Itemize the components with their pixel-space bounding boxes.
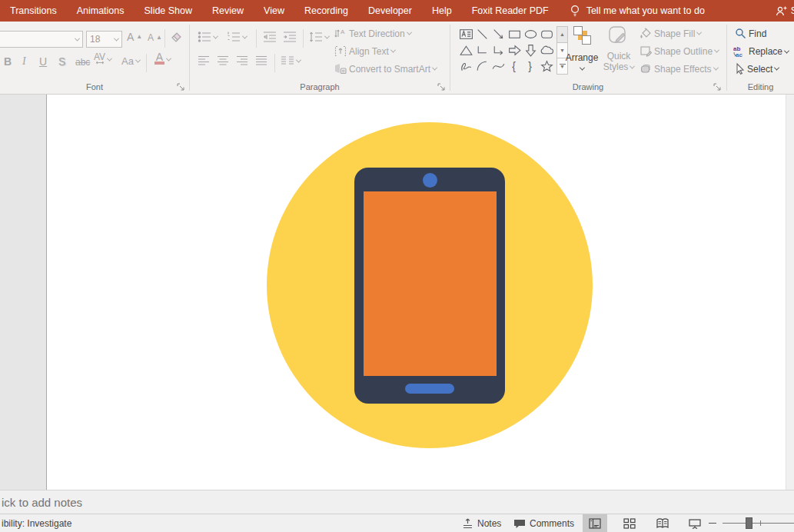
- drawing-dialog-launcher[interactable]: [713, 82, 722, 91]
- notes-status-icon: [462, 518, 473, 529]
- comments-toggle-button[interactable]: Comments: [513, 514, 574, 532]
- font-color-button[interactable]: A: [154, 54, 171, 65]
- menu-tab-transitions[interactable]: Transitions: [0, 0, 67, 22]
- underline-button[interactable]: U: [39, 55, 47, 68]
- shape-elbow-arrow-connector[interactable]: [490, 42, 507, 58]
- strikethrough-button[interactable]: abc: [75, 57, 90, 68]
- indent-icon: [283, 31, 297, 43]
- paragraph-dialog-launcher[interactable]: [437, 82, 446, 91]
- menu-tab-developer[interactable]: Developer: [358, 0, 422, 22]
- zoom-slider-midpoint-tick: [760, 520, 761, 526]
- align-left-button[interactable]: [198, 55, 210, 66]
- justify-button[interactable]: [255, 55, 267, 66]
- bold-button[interactable]: B: [4, 55, 12, 68]
- notes-toggle-button[interactable]: Notes: [462, 514, 501, 532]
- chevron-down-icon: [166, 55, 171, 61]
- tablet-home-button-shape[interactable]: [405, 384, 454, 394]
- shape-down-arrow[interactable]: [523, 42, 539, 58]
- align-center-button[interactable]: [217, 55, 229, 66]
- shape-rectangle[interactable]: [507, 26, 523, 42]
- shape-right-brace[interactable]: }: [523, 58, 539, 75]
- shape-right-arrow[interactable]: [507, 42, 523, 58]
- find-button[interactable]: Find: [735, 28, 766, 39]
- character-spacing-button[interactable]: AV: [94, 54, 111, 65]
- notes-pane[interactable]: ick to add notes: [0, 490, 794, 514]
- columns-button[interactable]: [281, 55, 301, 66]
- increase-indent-button[interactable]: [283, 31, 297, 43]
- shape-effects-button[interactable]: Shape Effects: [640, 63, 718, 75]
- reading-view-button[interactable]: [650, 514, 675, 532]
- shape-rounded-rectangle[interactable]: [539, 26, 555, 42]
- minus-icon: [709, 523, 716, 524]
- zoom-out-button[interactable]: [709, 514, 718, 532]
- shape-star[interactable]: [539, 58, 555, 75]
- replace-button[interactable]: ab ac Replace: [733, 45, 789, 58]
- numbering-button[interactable]: [227, 31, 247, 43]
- tablet-screen-shape[interactable]: [364, 191, 497, 376]
- slide-show-button[interactable]: [683, 514, 707, 532]
- bullets-button[interactable]: [198, 31, 218, 43]
- text-shadow-button[interactable]: S: [58, 55, 65, 68]
- font-dialog-launcher[interactable]: [176, 82, 185, 91]
- align-right-button[interactable]: [236, 55, 248, 66]
- shape-fill-label: Shape Fill: [654, 28, 695, 39]
- grow-font-glyph: A: [127, 31, 134, 43]
- slide-sorter-view-button[interactable]: [617, 514, 642, 532]
- italic-button[interactable]: I: [22, 55, 26, 68]
- share-button[interactable]: S: [774, 5, 794, 17]
- accessibility-status[interactable]: ibility: Investigate: [2, 514, 71, 532]
- shape-text-box[interactable]: [458, 26, 474, 42]
- vertical-scrollbar[interactable]: [786, 95, 794, 490]
- line-spacing-button[interactable]: [309, 31, 329, 43]
- quick-styles-button[interactable]: Quick Styles: [601, 25, 636, 72]
- menu-tab-foxit-reader-pdf[interactable]: Foxit Reader PDF: [462, 0, 559, 22]
- shape-scribble[interactable]: [458, 58, 474, 75]
- ribbon-group-editing: Find ab ac Replace Select Editing: [727, 22, 794, 94]
- tell-me-label: Tell me what you want to do: [586, 5, 705, 16]
- chevron-down-icon: [579, 65, 584, 71]
- decrease-indent-button[interactable]: [263, 31, 277, 43]
- menu-tab-label: Foxit Reader PDF: [472, 5, 549, 16]
- menu-tab-recording[interactable]: Recording: [294, 0, 358, 22]
- menu-tab-slide-show[interactable]: Slide Show: [135, 0, 203, 22]
- shape-line[interactable]: [474, 26, 490, 42]
- convert-to-smartart-button[interactable]: Convert to SmartArt: [334, 63, 437, 75]
- shape-oval[interactable]: [523, 26, 539, 42]
- shrink-font-button[interactable]: A▲: [148, 32, 162, 43]
- select-button[interactable]: Select: [735, 63, 779, 75]
- zoom-slider-handle[interactable]: [746, 517, 752, 529]
- tablet-camera-shape[interactable]: [423, 173, 437, 188]
- select-label: Select: [747, 64, 772, 75]
- arrange-button[interactable]: Arrange: [563, 25, 600, 71]
- shape-arc[interactable]: [474, 58, 490, 75]
- font-name-combobox[interactable]: [0, 31, 83, 48]
- menu-tab-view[interactable]: View: [254, 0, 294, 22]
- shape-isosceles-triangle[interactable]: [458, 42, 474, 58]
- chevron-down-icon: [213, 33, 218, 38]
- align-text-button[interactable]: Align Text: [334, 45, 395, 57]
- clear-formatting-button[interactable]: [170, 31, 184, 45]
- shape-cloud[interactable]: [539, 42, 555, 58]
- zoom-slider-track[interactable]: [723, 523, 794, 524]
- menu-tab-review[interactable]: Review: [202, 0, 254, 22]
- change-case-button[interactable]: Aa: [121, 55, 140, 67]
- text-direction-icon: A: [334, 28, 347, 39]
- grow-font-button[interactable]: A▲: [127, 31, 142, 43]
- status-bar: ibility: Investigate Notes Comments: [0, 514, 794, 532]
- menu-tab-animations[interactable]: Animations: [67, 0, 135, 22]
- arrange-label: Arrange: [566, 52, 599, 63]
- tell-me-box[interactable]: Tell me what you want to do: [570, 5, 705, 17]
- shape-arrow[interactable]: [490, 26, 507, 42]
- shape-curve[interactable]: [490, 58, 507, 75]
- shape-fill-button[interactable]: Shape Fill: [640, 28, 701, 39]
- tablet-body-shape[interactable]: [354, 168, 505, 404]
- shape-left-brace[interactable]: {: [507, 58, 523, 75]
- chevron-down-icon: [135, 58, 141, 63]
- shape-outline-button[interactable]: Shape Outline: [640, 45, 719, 57]
- shape-elbow-connector[interactable]: [474, 42, 490, 58]
- menu-tab-help[interactable]: Help: [422, 0, 462, 22]
- text-direction-button[interactable]: A Text Direction: [334, 28, 411, 39]
- font-size-combobox[interactable]: 18: [86, 31, 122, 48]
- normal-view-button[interactable]: [583, 514, 607, 532]
- underline-glyph: U: [39, 55, 47, 68]
